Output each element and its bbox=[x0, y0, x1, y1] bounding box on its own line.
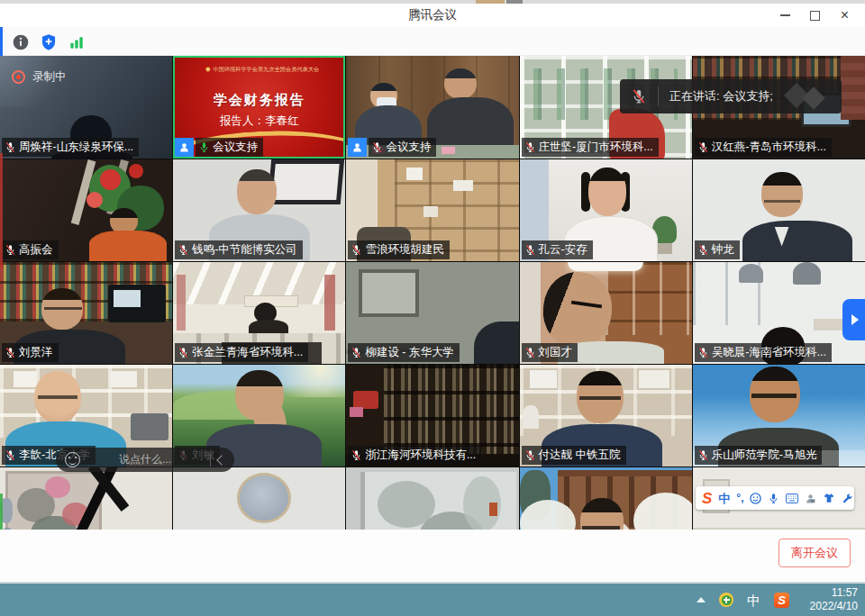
mic-muted-icon bbox=[351, 347, 362, 358]
info-icon bbox=[12, 33, 30, 51]
chat-input-placeholder[interactable]: 说点什么... bbox=[87, 452, 203, 467]
video-tile-t24[interactable]: 孔云-安存 bbox=[520, 159, 692, 261]
meeting-status-bar: 37:59 宫格视图 bbox=[0, 27, 865, 56]
safety-icon[interactable] bbox=[719, 593, 733, 607]
participant-namebar: 浙江海河环境科技有... bbox=[348, 446, 481, 465]
keyboard-icon[interactable] bbox=[786, 494, 798, 503]
window-controls: × bbox=[770, 4, 860, 27]
mic-muted-icon bbox=[178, 244, 189, 256]
quick-chat-widget[interactable]: 说点什么... bbox=[56, 448, 234, 472]
divider bbox=[210, 454, 211, 467]
participant-namebar: 会议支持 bbox=[175, 138, 263, 157]
participant-name: 高振会 bbox=[19, 242, 53, 258]
participant-namebar: 高振会 bbox=[2, 240, 59, 259]
close-icon: × bbox=[841, 8, 849, 23]
skin-icon[interactable] bbox=[823, 493, 835, 503]
system-tray: 中 S bbox=[697, 584, 789, 616]
video-tile-t35[interactable]: 吴晓晨-海南省环境科... bbox=[693, 262, 865, 364]
video-tile-t33[interactable]: 柳建设 - 东华大学 bbox=[346, 262, 518, 364]
toolbox-icon[interactable] bbox=[842, 493, 853, 504]
participant-name: 周焕祥-山东绿泉环保... bbox=[19, 140, 133, 155]
video-tile-t34[interactable]: 刘国才 bbox=[520, 262, 692, 364]
minimize-button[interactable] bbox=[770, 4, 800, 27]
network-quality-button[interactable] bbox=[67, 32, 86, 52]
video-tile-t32[interactable]: 张金兰青海省环境科... bbox=[173, 262, 345, 364]
mic-muted-icon bbox=[697, 449, 709, 461]
emoji-icon[interactable] bbox=[750, 493, 761, 504]
maximize-button[interactable] bbox=[800, 4, 830, 27]
participant-name: 乐山师范学院-马旭光 bbox=[712, 448, 817, 463]
minimize-icon bbox=[780, 14, 790, 16]
mic-muted-icon bbox=[524, 347, 536, 358]
participant-name: 浙江海河环境科技有... bbox=[365, 448, 476, 463]
leave-meeting-button[interactable]: 离开会议 bbox=[778, 539, 851, 567]
participant-namebar: 柳建设 - 东华大学 bbox=[348, 343, 460, 362]
video-tile-t25[interactable]: 钟龙 bbox=[693, 159, 865, 261]
toast-mic-muted-icon[interactable] bbox=[620, 88, 658, 104]
recording-dot-icon bbox=[12, 70, 25, 84]
participant-name: 雪浪环境胡建民 bbox=[365, 242, 444, 258]
participant-namebar: 刘国才 bbox=[522, 343, 578, 362]
slide-subtitle: 报告人：李春红 bbox=[173, 113, 345, 129]
mic-muted-icon bbox=[524, 449, 536, 461]
taskbar-clock[interactable]: 11:57 2022/4/10 bbox=[810, 586, 858, 613]
window-title: 腾讯会议 bbox=[0, 4, 865, 27]
mic-muted-icon bbox=[371, 141, 383, 153]
participant-name: 柳建设 - 东华大学 bbox=[365, 345, 454, 360]
participant-name: 孔云-安存 bbox=[539, 242, 587, 258]
video-tile-t43[interactable]: 浙江海河环境科技有... bbox=[346, 365, 518, 467]
participant-namebar: 乐山师范学院-马旭光 bbox=[695, 446, 823, 465]
slide-title: 学会财务报告 bbox=[173, 92, 345, 109]
background-window-sliver bbox=[0, 153, 3, 268]
video-tile-t44[interactable]: 付达靓 中铁五院 bbox=[520, 365, 692, 467]
video-tile-t45[interactable]: 乐山师范学院-马旭光 bbox=[693, 365, 865, 467]
profile-icon[interactable] bbox=[805, 493, 816, 504]
close-button[interactable]: × bbox=[830, 4, 860, 27]
recording-badge: 录制中 bbox=[12, 69, 67, 85]
video-tile-t13[interactable]: 会议支持 bbox=[346, 56, 518, 159]
meeting-security-button[interactable] bbox=[39, 32, 59, 52]
participant-namebar: 周焕祥-山东绿泉环保... bbox=[2, 138, 139, 157]
collapse-chevron-icon[interactable] bbox=[216, 455, 226, 465]
mic-on-icon bbox=[198, 141, 210, 153]
participant-name: 刘景洋 bbox=[19, 345, 53, 360]
meeting-info-button[interactable] bbox=[11, 32, 31, 52]
video-tile-t22[interactable]: 钱鸣-中节能博实公司 bbox=[173, 159, 345, 261]
speaking-toast: 正在讲话: 会议支持; bbox=[620, 79, 842, 113]
participant-name: 付达靓 中铁五院 bbox=[539, 448, 621, 463]
mic-muted-icon bbox=[524, 244, 536, 256]
participant-namebar: 刘景洋 bbox=[2, 343, 59, 362]
ime-zh-indicator[interactable]: 中 bbox=[747, 593, 760, 607]
mic-muted-icon bbox=[351, 449, 362, 461]
video-tile-t12[interactable]: 中国环境科学学会第九次全国会员代表大会学会财务报告报告人：李春红会议支持 bbox=[173, 56, 345, 159]
sogou-input-bar[interactable]: S 中 °, bbox=[696, 486, 854, 510]
windows-taskbar: 中 S 11:57 2022/4/10 bbox=[0, 584, 865, 616]
sogou-tray-icon[interactable]: S bbox=[774, 593, 789, 608]
speaking-toast-text: 正在讲话: 会议支持; bbox=[669, 88, 773, 104]
slide-header: 中国环境科学学会第九次全国会员代表大会 bbox=[206, 66, 314, 74]
participant-namebar: 庄世坚-厦门市环境科... bbox=[522, 138, 659, 157]
maximize-icon bbox=[810, 11, 820, 21]
participant-name: 刘国才 bbox=[539, 345, 573, 360]
background-window-sliver bbox=[0, 27, 3, 56]
participant-name: 吴晓晨-海南省环境科... bbox=[712, 345, 826, 360]
title-bar: 腾讯会议 bbox=[0, 4, 865, 27]
sogou-logo-icon[interactable]: S bbox=[702, 491, 712, 506]
video-tile-t31[interactable]: 刘景洋 bbox=[0, 262, 172, 364]
mic-muted-icon bbox=[5, 449, 16, 461]
emoji-icon[interactable] bbox=[65, 452, 80, 467]
host-badge-icon bbox=[175, 138, 194, 157]
voice-icon[interactable] bbox=[768, 493, 779, 504]
video-tile-t23[interactable]: 雪浪环境胡建民 bbox=[346, 159, 518, 261]
participant-namebar: 付达靓 中铁五院 bbox=[522, 446, 626, 465]
next-page-button[interactable] bbox=[842, 299, 865, 340]
chinese-mode-icon[interactable]: 中 bbox=[718, 493, 730, 504]
video-tile-t11[interactable]: 录制中周焕祥-山东绿泉环保... bbox=[0, 56, 172, 159]
shield-icon bbox=[40, 33, 58, 51]
participant-namebar: 钟龙 bbox=[695, 240, 740, 259]
tray-expand-icon[interactable] bbox=[697, 597, 706, 602]
punctuation-icon[interactable]: °, bbox=[736, 493, 743, 503]
participant-name: 钱鸣-中节能博实公司 bbox=[192, 242, 297, 258]
video-tile-t21[interactable]: 高振会 bbox=[0, 159, 172, 261]
mic-muted-icon bbox=[5, 141, 16, 153]
